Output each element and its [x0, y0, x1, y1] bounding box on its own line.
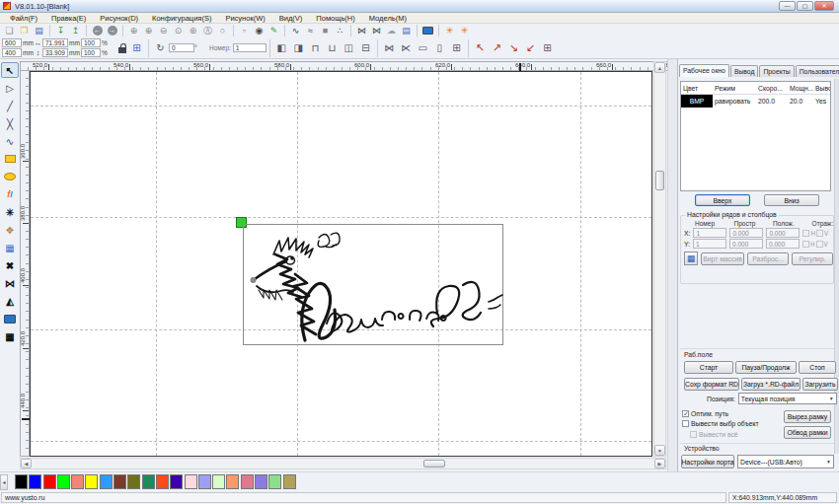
array-grid-icon[interactable]: ▦	[684, 252, 698, 265]
tab-user[interactable]: Пользовател	[796, 65, 839, 77]
move-top-left-icon[interactable]: ↖	[472, 39, 489, 57]
zoom-previous-icon[interactable]: ⊙	[171, 25, 186, 37]
move-center-icon[interactable]: ⊞	[539, 39, 556, 57]
weld-horizontal-icon[interactable]: ⋈	[354, 25, 369, 37]
panel-splitter[interactable]	[667, 59, 677, 471]
tab-output[interactable]: Вывод	[730, 65, 759, 77]
layer-table[interactable]: Цвет Режим Скоро... Мощн... Вывод BMP ра…	[680, 81, 831, 191]
screen-preview-icon[interactable]	[1, 311, 19, 326]
stop-button[interactable]: Стоп	[799, 361, 836, 374]
tab-work-window[interactable]: Рабочее окно	[679, 64, 729, 77]
zoom-window-icon[interactable]: ⊛	[186, 25, 200, 37]
save-file-icon[interactable]: ▤	[32, 25, 46, 37]
curve-smooth-icon[interactable]: ∿	[288, 25, 303, 37]
align-top-icon[interactable]: ⊓	[307, 39, 324, 57]
color-swatch[interactable]	[15, 474, 28, 489]
number-field[interactable]	[233, 43, 267, 52]
output-selected-checkbox[interactable]	[682, 420, 689, 427]
zoom-drag-icon[interactable]: ⊕	[126, 25, 141, 37]
outline-frame-button[interactable]: Обвод рамки	[784, 426, 831, 439]
zoom-out-icon[interactable]: ⊖	[156, 25, 171, 37]
scroll-right-arrow[interactable]: ▶	[654, 459, 665, 468]
scale-x-field[interactable]	[81, 38, 101, 47]
start-button[interactable]: Старт	[684, 361, 733, 374]
move-bottom-left-icon[interactable]: ↙	[522, 39, 539, 57]
color-swatch[interactable]	[241, 474, 254, 489]
rotate-icon[interactable]: ↻	[152, 39, 169, 57]
palette-scroll-left[interactable]: ◂	[0, 474, 8, 490]
node-edit-tool-icon[interactable]: ▷	[1, 80, 19, 96]
y-position-field[interactable]	[766, 239, 800, 249]
new-file-icon[interactable]: ❏	[2, 25, 17, 37]
keep-ratio-grid-icon[interactable]: ⊞	[128, 39, 145, 57]
color-swatch[interactable]	[268, 474, 281, 489]
mirror-v-checkbox[interactable]	[816, 230, 823, 237]
menu-view[interactable]: Вид(V)	[272, 14, 310, 23]
minimize-button[interactable]: —	[779, 1, 796, 11]
color-swatch[interactable]	[170, 474, 183, 489]
align-center-v-icon[interactable]: ⊟	[357, 39, 374, 57]
virtual-array-button[interactable]: Вирт массив	[701, 252, 744, 265]
same-distance-v-icon[interactable]: ⋉	[398, 39, 415, 57]
output-all-checkbox[interactable]	[690, 431, 697, 438]
color-swatch[interactable]	[283, 474, 296, 489]
selection-height-field[interactable]	[42, 48, 68, 57]
pick-point-icon[interactable]: ◉	[252, 25, 267, 37]
menu-picture[interactable]: Рисунок(W)	[218, 14, 271, 23]
align-bottom-icon[interactable]: ⊔	[324, 39, 341, 57]
zoom-in-icon[interactable]: ⊕	[141, 25, 156, 37]
pause-button[interactable]: Пауза/Продолж	[735, 361, 797, 374]
align-left-icon[interactable]: ◧	[273, 39, 290, 57]
same-width-icon[interactable]: ▭	[415, 39, 431, 57]
menu-config[interactable]: Конфигурация(S)	[145, 14, 218, 23]
align-center-h-icon[interactable]: ◫	[341, 39, 357, 57]
polyline-tool-icon[interactable]: ╳	[1, 115, 19, 131]
same-distance-h-icon[interactable]: ⋈	[381, 39, 398, 57]
device-dropdown[interactable]: Device---(USB:Авто) ▼	[737, 455, 834, 468]
pattern-tool-2-icon[interactable]: ✳	[457, 25, 472, 37]
color-swatch[interactable]	[127, 474, 140, 489]
color-swatch[interactable]	[57, 474, 70, 489]
color-swatch[interactable]	[226, 474, 239, 489]
zoom-find-icon[interactable]: ○	[215, 25, 230, 37]
scroll-down-arrow[interactable]: ▼	[654, 445, 665, 456]
rectangle-tool-icon[interactable]	[1, 151, 19, 167]
color-swatch[interactable]	[100, 474, 113, 489]
star-tool-icon[interactable]: ✳	[1, 204, 19, 220]
mirror-h-checkbox[interactable]	[802, 230, 809, 237]
preview-monitor-icon[interactable]	[420, 25, 435, 37]
zoom-all-icon[interactable]: Ⓐ	[200, 25, 215, 37]
maximize-button[interactable]: ▢	[797, 1, 813, 11]
scale-y-field[interactable]	[81, 48, 101, 57]
download-button[interactable]: Загрузить	[802, 378, 838, 391]
adjust-button[interactable]: Регулир.	[792, 252, 833, 265]
color-swatch[interactable]	[43, 474, 56, 489]
vertical-scroll-thumb[interactable]	[655, 171, 664, 190]
tab-projects[interactable]: Проекты	[759, 65, 794, 77]
fill-tool-icon[interactable]: ■	[318, 25, 333, 37]
layer-row-bmp[interactable]: BMP равировать 200.0 20.0 Yes	[681, 95, 830, 108]
pattern-tool-1-icon[interactable]: ✳	[442, 25, 457, 37]
vertical-scrollbar[interactable]: ▲ ▼	[653, 61, 666, 457]
bezier-tool-icon[interactable]: ∿	[1, 133, 19, 149]
hatch-tool-icon[interactable]: ▦	[1, 240, 19, 255]
same-size-icon[interactable]: ⊞	[448, 39, 465, 57]
array-tool-icon[interactable]: ▦	[1, 328, 19, 344]
color-swatch[interactable]	[185, 474, 197, 489]
spread-button[interactable]: Разброс...	[747, 252, 789, 265]
y-space-field[interactable]	[729, 239, 763, 249]
color-swatch[interactable]	[71, 474, 84, 489]
scroll-up-arrow[interactable]: ▲	[654, 62, 665, 73]
list-tool-icon[interactable]: ▤	[399, 25, 414, 37]
mirror-vertical-icon[interactable]: ◭	[1, 293, 19, 309]
ellipse-tool-icon[interactable]	[1, 169, 19, 184]
import-icon[interactable]: ↧	[53, 25, 68, 37]
pen-tool-icon[interactable]: ✎	[267, 25, 281, 37]
node-group-icon[interactable]: ∴	[333, 25, 347, 37]
text-tool-icon[interactable]: fI	[1, 186, 19, 202]
cloud-tool-icon[interactable]: ☁	[384, 25, 399, 37]
color-swatch[interactable]	[212, 474, 225, 489]
selection-width-field[interactable]	[42, 38, 68, 47]
same-height-icon[interactable]: ▯	[431, 39, 448, 57]
mirror-v2-checkbox[interactable]	[816, 241, 823, 248]
